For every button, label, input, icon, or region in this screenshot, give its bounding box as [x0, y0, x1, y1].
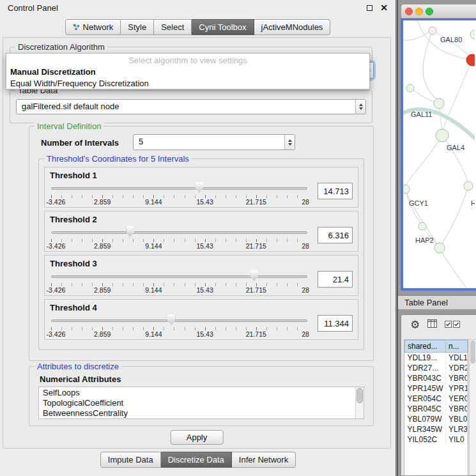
tick-label: 9.144 [145, 198, 162, 206]
table-row[interactable]: YBR043CYBR0 [405, 373, 468, 383]
network-view-window: GAL80GAL11GAL4GCY1HAP2H [401, 4, 476, 291]
zoom-traffic-light-icon[interactable] [426, 8, 433, 15]
table-panel-window: ⚙ shared...n... YDL19...YDL1YDR27...YDR2 [401, 314, 476, 476]
network-node[interactable] [406, 84, 414, 92]
table-cell[interactable]: YBL079W [405, 414, 446, 424]
network-node[interactable] [434, 243, 445, 253]
slider-track[interactable] [51, 319, 307, 322]
table-cell[interactable]: YER0 [446, 394, 468, 404]
close-icon[interactable]: ✕ [380, 3, 388, 12]
threshold-value-field[interactable]: 11.344 [318, 315, 353, 332]
apply-button[interactable]: Apply [171, 430, 224, 445]
table-row[interactable]: YDR27...YDR2 [405, 363, 468, 373]
tab-style[interactable]: Style [121, 19, 154, 35]
tick-label: 21.715 [246, 330, 266, 338]
table-row[interactable]: YIL052CYIL0 [405, 434, 468, 445]
table-cell[interactable]: YPR145W [405, 383, 446, 394]
threshold-value-field[interactable]: 21.4 [318, 271, 353, 288]
table-row[interactable]: YER054CYER0 [405, 394, 468, 404]
threshold-panel-1: Threshold 1-3.4262.8599.14415.4321.71528… [44, 167, 358, 208]
tab-jactivemnodules[interactable]: jActiveMNodules [254, 19, 331, 35]
table-cell[interactable]: YBR0 [446, 373, 468, 383]
network-node[interactable] [464, 181, 473, 190]
slider-thumb[interactable] [167, 314, 176, 325]
number-of-intervals-select[interactable]: 5 [133, 134, 295, 150]
tab-discretize-data[interactable]: Discretize Data [161, 452, 232, 468]
columns-icon[interactable] [427, 319, 437, 330]
checkbox-icon[interactable] [453, 319, 460, 330]
network-node[interactable] [429, 27, 436, 35]
table-data-select[interactable]: galFiltered.sif default node [16, 99, 366, 114]
tab-select[interactable]: Select [154, 19, 192, 35]
slider-track[interactable] [51, 275, 307, 278]
dropdown-option-equal-width-frequency[interactable]: Equal Width/Frequency Discretization [6, 78, 369, 89]
table-column-header[interactable]: shared... [405, 341, 446, 353]
attribute-list-item[interactable]: BetweennessCentrality [39, 408, 364, 418]
network-node[interactable] [436, 129, 449, 142]
network-node[interactable] [418, 222, 426, 230]
table-cell[interactable]: YBR0 [446, 404, 468, 414]
network-node[interactable] [403, 185, 410, 194]
table-cell[interactable]: YBL0 [446, 414, 468, 424]
threshold-value-field[interactable]: 6.316 [318, 227, 353, 243]
tab-label: Network [83, 22, 114, 32]
slider-thumb[interactable] [195, 182, 203, 193]
table-column-header[interactable]: n... [446, 341, 468, 353]
float-window-icon[interactable] [367, 5, 372, 11]
attributes-group: Attributes to discretize Numerical Attri… [29, 366, 374, 426]
table-cell[interactable]: YIL052C [405, 434, 446, 445]
attribute-list-item[interactable]: TopologicalCoefficient [39, 398, 364, 408]
table-panel-header[interactable]: Table Panel [398, 295, 476, 310]
minimize-traffic-light-icon[interactable] [415, 8, 423, 15]
table-cell[interactable]: YIL0 [446, 434, 468, 445]
network-node-label: GCY1 [409, 199, 428, 207]
table-cell[interactable]: YLR3 [446, 424, 468, 434]
network-window-titlebar [401, 4, 476, 19]
network-node[interactable] [466, 54, 475, 66]
network-node[interactable] [434, 98, 444, 109]
slider-track[interactable] [51, 187, 307, 190]
network-node[interactable] [470, 30, 475, 39]
slider-thumb[interactable] [250, 270, 258, 281]
attribute-list-item[interactable]: SelfLoops [39, 388, 364, 398]
tab-cyni-toolbox[interactable]: Cyni Toolbox [192, 19, 254, 35]
table-cell[interactable]: YPR1 [446, 383, 468, 394]
threshold-slider: -3.4262.8599.14415.4321.71528 [50, 270, 309, 294]
slider-thumb[interactable] [126, 226, 134, 237]
threshold-value-field[interactable]: 14.713 [318, 183, 353, 199]
tab-infer-network[interactable]: Infer Network [232, 452, 296, 468]
table-scrollbar[interactable] [469, 339, 476, 475]
tick-label: 21.715 [246, 198, 266, 206]
network-edge [423, 31, 438, 100]
tab-network[interactable]: Network [65, 19, 121, 35]
table-cell[interactable]: YDL19... [405, 353, 446, 364]
table-row[interactable]: YDL19...YDL1 [405, 353, 468, 364]
table-cell[interactable]: YBR045C [405, 404, 446, 414]
slider-track[interactable] [51, 231, 307, 234]
table-cell[interactable]: YDR2 [446, 363, 468, 373]
threshold-panel-2: Threshold 2-3.4262.8599.14415.4321.71528… [44, 211, 358, 252]
table-cell[interactable]: YER054C [405, 394, 446, 404]
dropdown-option-manual-discretization[interactable]: Manual Discretization [6, 66, 369, 78]
table-row[interactable]: YLR345WYLR3 [405, 424, 468, 434]
table-cell[interactable]: YLR345W [405, 424, 446, 434]
table-row[interactable]: YBL079WYBL0 [405, 414, 468, 424]
control-panel-window: Control Panel ✕ NetworkStyleSelectCyni T… [0, 0, 396, 476]
gear-icon[interactable]: ⚙ [410, 319, 420, 330]
threshold-label: Threshold 4 [50, 303, 353, 312]
attributes-scrollbar[interactable] [355, 387, 364, 418]
close-traffic-light-icon[interactable] [405, 8, 413, 15]
table-cell[interactable]: YDR27... [405, 363, 446, 373]
network-canvas[interactable]: GAL80GAL11GAL4GCY1HAP2H [401, 19, 476, 291]
numerical-attributes-list[interactable]: SelfLoopsTopologicalCoefficientBetweenne… [38, 387, 364, 419]
table-row[interactable]: YBR045CYBR0 [405, 404, 468, 414]
tab-impute-data[interactable]: Impute Data [100, 452, 161, 468]
checkbox-icon[interactable] [445, 319, 452, 330]
attributes-scrollbar-thumb[interactable] [357, 388, 363, 403]
row-select-icons [445, 319, 460, 330]
table-cell[interactable]: YDL1 [446, 353, 468, 364]
table-scrollbar-thumb[interactable] [470, 341, 475, 364]
table-row[interactable]: YPR145WYPR1 [405, 383, 468, 394]
cyni-toolbox-panel: Discretization Algorithm Select algorith… [3, 37, 391, 449]
table-cell[interactable]: YBR043C [405, 373, 446, 383]
